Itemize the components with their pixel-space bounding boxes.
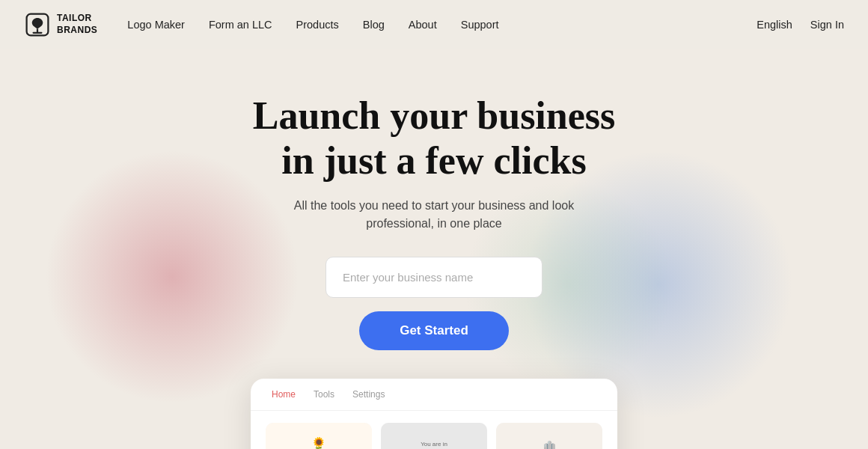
card-content: 🌻 Rachel's Pet care Logo Maker You are i… (251, 411, 617, 449)
main-nav: TAILOR BRANDS Logo Maker Form an LLC Pro… (0, 0, 868, 49)
nav-link-about[interactable]: About (409, 19, 437, 31)
logo[interactable]: TAILOR BRANDS (24, 11, 97, 38)
brand-name: TAILOR BRANDS (57, 13, 97, 36)
language-selector[interactable]: English (757, 19, 792, 31)
website-preview: You are inthe rightplace. (381, 423, 487, 449)
card-item-logo-maker[interactable]: 🌻 Rachel's Pet care Logo Maker (266, 423, 372, 449)
logo-maker-preview: 🌻 Rachel's Pet care (266, 423, 372, 449)
nav-right: English Sign In (757, 19, 844, 31)
hero-subtitle: All the tools you need to start your bus… (269, 197, 599, 233)
card-nav-settings[interactable]: Settings (352, 389, 385, 400)
card-nav-home[interactable]: Home (272, 389, 296, 400)
card-item-website[interactable]: You are inthe rightplace. Website (381, 423, 487, 449)
nav-link-support[interactable]: Support (461, 19, 499, 31)
nav-link-form-llc[interactable]: Form an LLC (209, 19, 272, 31)
sign-in-button[interactable]: Sign In (810, 19, 844, 31)
stamp-icon: 🪬 (537, 440, 563, 449)
card-nav: Home Tools Settings (251, 379, 617, 411)
llc-preview: 🪬 (496, 423, 602, 449)
card-nav-tools[interactable]: Tools (314, 389, 334, 400)
logo-icon (24, 11, 51, 38)
dashboard-preview-card: Home Tools Settings 🌻 Rachel's Pet care … (251, 379, 617, 449)
nav-link-products[interactable]: Products (296, 19, 339, 31)
hero-title: Launch your businessin just a few clicks (253, 94, 616, 183)
nav-link-blog[interactable]: Blog (363, 19, 385, 31)
nav-link-logo-maker[interactable]: Logo Maker (127, 19, 185, 31)
hero-section: Launch your businessin just a few clicks… (0, 49, 868, 449)
nav-links: Logo Maker Form an LLC Products Blog Abo… (127, 19, 757, 31)
business-name-input[interactable] (326, 257, 542, 298)
get-started-button[interactable]: Get Started (359, 311, 509, 350)
card-item-llc[interactable]: 🪬 LLC Formation (496, 423, 602, 449)
